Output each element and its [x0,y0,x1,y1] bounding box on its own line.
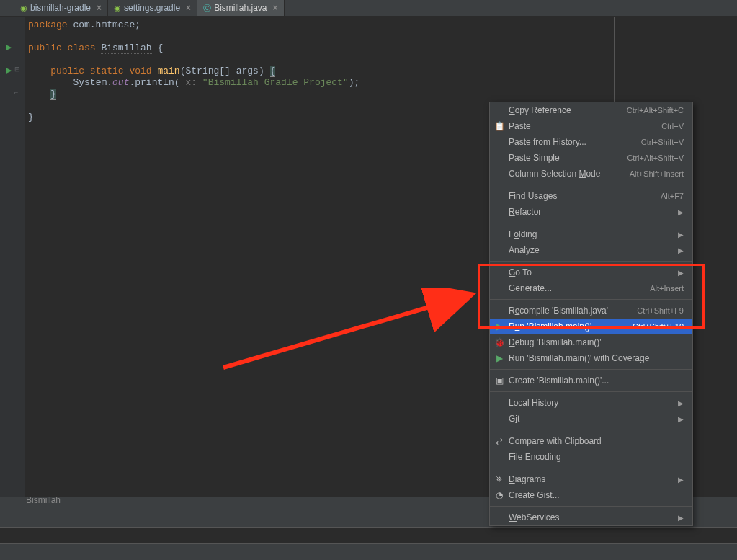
menu-label: Paste Simple [509,153,627,163]
collapse-end-icon[interactable]: ⌐ [14,89,18,96]
submenu-arrow-icon: ▶ [678,208,684,216]
menu-shortcut: Ctrl+Shift+F9 [637,306,684,315]
menu-shortcut: Alt+F7 [661,192,684,200]
menu-find-usages[interactable]: Find Usages Alt+F7 [490,188,692,204]
menu-separator [490,506,692,507]
menu-debug[interactable]: 🐞 Debug 'Bismillah.main()' [490,334,692,350]
breadcrumb[interactable]: Bismillah [26,495,61,505]
menu-separator [490,261,692,262]
menu-local-history[interactable]: Local History ▶ [490,395,692,411]
menu-compare-clipboard[interactable]: ⇄ Compare with Clipboard [490,433,692,449]
menu-separator [490,185,692,185]
tab-bismillah-gradle[interactable]: ◉ bismillah-gradle × [14,0,108,16]
java-class-icon: Ⓒ [203,3,211,14]
code-text: { [152,43,164,53]
menu-separator [490,369,692,370]
close-icon[interactable]: × [186,3,191,13]
paste-icon: 📋 [493,121,506,131]
menu-file-encoding[interactable]: File Encoding [490,449,692,465]
menu-create-gist[interactable]: ◔ Create Gist... [490,487,692,503]
menu-shortcut: Ctrl+Shift+V [641,138,684,146]
code-hint: x: [185,77,202,88]
menu-shortcut: Ctrl+V [661,122,684,130]
menu-run-coverage[interactable]: ▶ Run 'Bismillah.main()' with Coverage [490,350,692,366]
menu-shortcut: Alt+Shift+Insert [630,169,684,178]
menu-column-select[interactable]: Column Selection Mode Alt+Shift+Insert [490,166,692,182]
tab-bismillah-java[interactable]: Ⓒ Bismillah.java × [197,0,284,16]
close-icon[interactable]: × [97,3,102,13]
tab-label: bismillah-gradle [30,3,91,13]
tab-settings-gradle[interactable]: ◉ settings.gradle × [108,0,197,16]
menu-analyze[interactable]: Analyze ▶ [490,242,692,258]
editor-gutter: ▶ ▶ ⊟ ⌐ [0,17,25,497]
gradle-icon: ◉ [20,4,27,13]
menu-create-run[interactable]: ▣ Create 'Bismillah.main()'... [490,373,692,388]
menu-label: Local History [509,398,678,408]
submenu-arrow-icon: ▶ [678,269,684,277]
tab-label: Bismillah.java [214,3,267,13]
menu-git[interactable]: Git ▶ [490,411,692,427]
submenu-arrow-icon: ▶ [678,476,684,484]
menu-run[interactable]: ▶ Run 'Bismillah.main()' Ctrl+Shift+F10 [490,319,692,334]
menu-separator [490,299,692,300]
menu-separator [490,468,692,468]
run-gutter-icon[interactable]: ▶ [6,43,12,52]
code-string: "Bismillah Gradle Project" [202,77,349,88]
editor-tabs: ◉ bismillah-gradle × ◉ settings.gradle ×… [0,0,737,17]
menu-refactor[interactable]: Refactor ▶ [490,204,692,220]
debug-icon: 🐞 [493,337,506,347]
code-field: out [112,77,129,88]
menu-separator [490,223,692,223]
menu-label: File Encoding [509,452,684,462]
code-keyword: public static void [50,66,157,76]
menu-folding[interactable]: Folding ▶ [490,226,692,242]
context-menu: Copy Reference Ctrl+Alt+Shift+C 📋 Paste … [489,102,693,526]
code-text: com.hmtmcse; [68,19,140,30]
menu-goto[interactable]: Go To ▶ [490,265,692,280]
run-icon: ▶ [493,321,506,332]
menu-label: Create 'Bismillah.main()'... [509,375,684,386]
collapse-icon[interactable]: ⊟ [14,66,20,73]
coverage-icon: ▶ [493,353,506,363]
code-text: System. [73,77,112,88]
code-keyword: public class [28,43,101,53]
menu-separator [490,391,692,392]
menu-label: Create Gist... [509,490,684,500]
menu-label: Run 'Bismillah.main()' with Coverage [509,353,684,363]
submenu-arrow-icon: ▶ [678,231,684,239]
menu-paste-simple[interactable]: Paste Simple Ctrl+Alt+Shift+V [490,150,692,166]
menu-generate[interactable]: Generate... Alt+Insert [490,280,692,296]
menu-label: Generate... [509,283,650,293]
menu-recompile[interactable]: Recompile 'Bismillah.java' Ctrl+Shift+F9 [490,303,692,319]
run-gutter-icon[interactable]: ▶ [6,66,12,75]
code-method: main [157,66,179,76]
menu-separator [490,430,692,430]
code-text: ); [349,77,360,88]
menu-paste[interactable]: 📋 Paste Ctrl+V [490,118,692,134]
submenu-arrow-icon: ▶ [678,514,684,522]
code-brace: } [50,89,56,100]
gist-icon: ◔ [493,490,506,500]
diagram-icon: ⛯ [493,474,506,484]
menu-shortcut: Alt+Insert [650,284,684,293]
submenu-arrow-icon: ▶ [678,399,684,407]
code-text: ) [259,66,270,76]
menu-shortcut: Ctrl+Alt+Shift+C [627,106,684,115]
menu-shortcut: Ctrl+Shift+F10 [633,322,684,331]
menu-shortcut: Ctrl+Alt+Shift+V [627,154,684,162]
code-text: } [28,112,34,123]
code-brace: { [270,66,276,77]
menu-copy-reference[interactable]: Copy Reference Ctrl+Alt+Shift+C [490,102,692,118]
code-text: .println( [129,77,185,88]
config-icon: ▣ [493,375,506,386]
code-keyword: package [28,19,68,30]
close-icon[interactable]: × [272,3,277,13]
gradle-icon: ◉ [114,4,121,13]
menu-diagrams[interactable]: ⛯ Diagrams ▶ [490,471,692,487]
code-class: Bismillah [101,43,151,54]
submenu-arrow-icon: ▶ [678,415,684,423]
menu-paste-history[interactable]: Paste from History... Ctrl+Shift+V [490,134,692,150]
submenu-arrow-icon: ▶ [678,246,684,254]
menu-webservices[interactable]: WebServices ▶ [490,510,692,525]
compare-icon: ⇄ [493,436,506,446]
